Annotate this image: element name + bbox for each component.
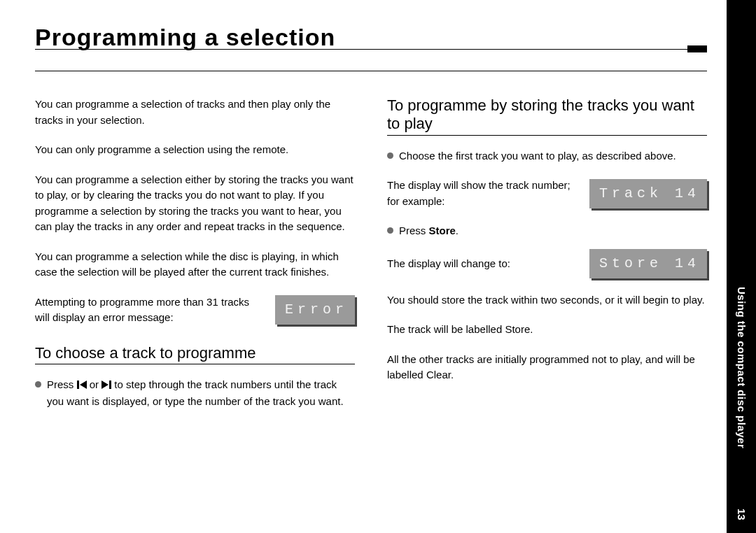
- bullet-item: Press or to step through the track numbe…: [35, 377, 355, 410]
- lcd-display-store: Store 14: [589, 249, 707, 278]
- body-text: The track will be labelled Store.: [387, 322, 707, 338]
- svg-marker-2: [102, 381, 108, 389]
- bullet-icon: [387, 227, 393, 234]
- side-tab: Using the compact disc player 13: [727, 0, 756, 533]
- body-text: All the other tracks are initially progr…: [387, 352, 707, 383]
- subsection-rule: [35, 364, 355, 364]
- bullet-text: Choose the first track you want to play,…: [399, 148, 707, 164]
- svg-marker-1: [80, 381, 87, 389]
- right-column: To programme by storing the tracks you w…: [387, 97, 707, 424]
- body-text: You can only programme a selection using…: [35, 142, 355, 158]
- lcd-display-error: Error: [275, 295, 355, 325]
- skip-back-icon: [77, 378, 87, 395]
- manual-page: Using the compact disc player 13 Program…: [0, 0, 756, 533]
- subsection-rule: [387, 135, 707, 136]
- bullet-text: Press or to step through the track numbe…: [47, 377, 355, 410]
- bullet-item: Choose the first track you want to play,…: [387, 148, 707, 164]
- lcd-display-track: Track 14: [589, 179, 707, 208]
- body-text: You should store the track within two se…: [387, 292, 707, 308]
- svg-rect-0: [77, 381, 79, 389]
- subsection-heading: To programme by storing the tracks you w…: [387, 97, 707, 134]
- body-text: The display will change to:: [387, 256, 580, 272]
- body-text: Attempting to programme more than 31 tra…: [35, 294, 265, 326]
- horizontal-rule: [35, 71, 707, 71]
- skip-forward-icon: [102, 378, 111, 395]
- body-text: You can programme a selection of tracks …: [35, 97, 355, 128]
- bullet-text: Press Store.: [399, 223, 707, 239]
- content-area: Programming a selection You can programm…: [35, 24, 707, 424]
- subsection-heading: To choose a track to programme: [35, 344, 355, 362]
- body-text: You can programme a selection either by …: [35, 172, 355, 235]
- left-column: You can programme a selection of tracks …: [35, 97, 355, 424]
- bullet-icon: [387, 152, 393, 159]
- body-text: The display will show the track number; …: [387, 178, 580, 209]
- body-text: You can programme a selection while the …: [35, 249, 355, 280]
- bullet-item: Press Store.: [387, 223, 707, 239]
- page-number: 13: [736, 509, 748, 520]
- bullet-icon: [35, 381, 41, 388]
- section-label: Using the compact disc player: [736, 287, 748, 448]
